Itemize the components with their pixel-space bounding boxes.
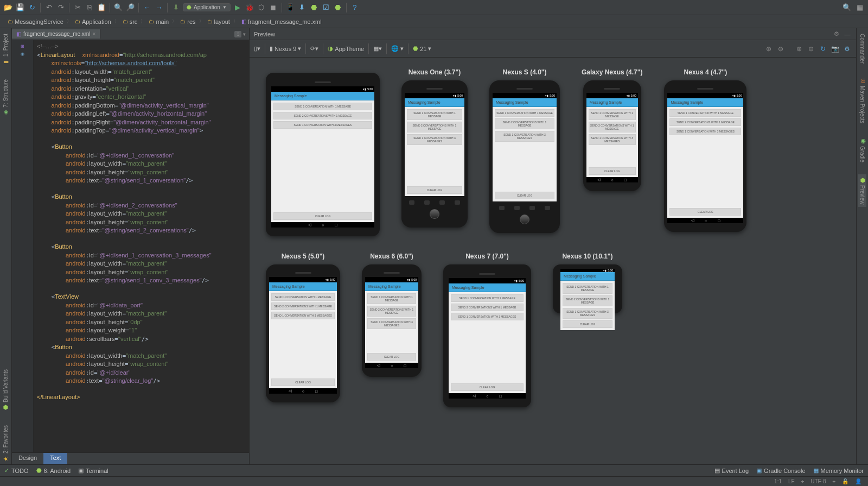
- tool-memory[interactable]: ▦Memory Monitor: [813, 467, 864, 474]
- locale-dropdown[interactable]: 🌐▾: [391, 45, 404, 52]
- lock-icon[interactable]: 🔓: [842, 478, 848, 484]
- zoom-in-icon[interactable]: ⊕: [764, 44, 774, 54]
- undo-icon[interactable]: ↶: [44, 3, 54, 12]
- tab-text[interactable]: Text: [43, 453, 67, 464]
- stop-icon[interactable]: ◼: [269, 3, 278, 12]
- close-icon[interactable]: ×: [92, 31, 95, 37]
- device-label: Nexus 7 (7.0"): [465, 253, 509, 260]
- replace-icon[interactable]: 🔎: [125, 3, 135, 12]
- tool-android[interactable]: ⬣6: Android: [36, 467, 71, 474]
- cut-icon[interactable]: ✂: [73, 3, 82, 12]
- copy-icon[interactable]: ⎘: [85, 3, 94, 12]
- save-icon[interactable]: 💾: [15, 3, 25, 12]
- device-preview[interactable]: Nexus 7 (7.0")▾▮5:00Messaging SampleSEND…: [443, 253, 531, 407]
- device-preview[interactable]: Nexus One (3.7")▾▮5:00Messaging SampleSE…: [401, 68, 468, 236]
- preview-canvas[interactable]: ▾▮5:00Messaging SampleSEND 1 CONVERSATIO…: [250, 58, 856, 464]
- breadcrumb-item[interactable]: ◧fragment_message_me.xml: [239, 17, 324, 26]
- line-separator[interactable]: LF: [788, 478, 795, 484]
- tool-gradle-console[interactable]: ▣Gradle Console: [756, 467, 805, 474]
- avd-icon[interactable]: 📱: [285, 3, 295, 12]
- device-preview[interactable]: Nexus 6 (6.0")▾▮5:00Messaging SampleSEND…: [362, 253, 422, 407]
- tool-favorites[interactable]: ★2: Favorites: [2, 423, 10, 464]
- api-dropdown[interactable]: ⬣21▾: [413, 45, 431, 52]
- breadcrumb-item[interactable]: 🗀layout: [205, 17, 232, 26]
- screenshot-icon[interactable]: 📷: [830, 44, 840, 54]
- gear-icon[interactable]: ⚙: [832, 30, 841, 39]
- bottom-tool-bar: ✓TODO ⬣6: Android ▣Terminal ▤Event Log ▣…: [0, 464, 868, 476]
- debug-icon[interactable]: 🐞: [245, 3, 254, 12]
- config-dropdown[interactable]: ▯▾: [254, 45, 260, 52]
- settings-icon[interactable]: ⚙: [842, 44, 852, 54]
- android-icon[interactable]: ⬣: [333, 3, 343, 12]
- breadcrumb: 🗀MessagingService〉 🗀Application〉 🗀src〉 🗀…: [0, 15, 868, 28]
- status-bar: 1:1 LF ÷ UTF-8 ÷ 🔓 👤: [0, 476, 868, 486]
- tab-design[interactable]: Design: [12, 453, 43, 464]
- monitor-icon[interactable]: ⬣: [309, 3, 319, 12]
- code-editor[interactable]: <!--...--> <LinearLayout xmlns:android="…: [34, 40, 249, 452]
- changes-badge: 3: [234, 31, 241, 37]
- hector-icon[interactable]: 👤: [855, 478, 861, 484]
- minimize-icon[interactable]: —: [843, 30, 852, 39]
- redo-icon[interactable]: ↷: [56, 3, 66, 12]
- breadcrumb-item[interactable]: 🗀MessagingService: [5, 17, 66, 26]
- activity-dropdown[interactable]: ▦▾: [373, 45, 382, 52]
- device-label: Nexus 10 (10.1"): [562, 253, 612, 260]
- paste-icon[interactable]: 📋: [97, 3, 106, 12]
- tool-event-log[interactable]: ▤Event Log: [714, 467, 749, 474]
- right-tool-rail: Commander mMaven Projects ◉Gradle ⬣Previ…: [856, 28, 868, 464]
- sync-icon[interactable]: ↻: [27, 3, 37, 12]
- breadcrumb-item[interactable]: 🗀res: [178, 17, 197, 26]
- main-toolbar: 📂 💾 ↻ ↶ ↷ ✂ ⎘ 📋 🔍 🔎 ← → ⬇ ⬣Application▼ …: [0, 0, 868, 15]
- preview-toolbar: ▯▾ ▮ Nexus 9 ▾ ⟳▾ ◑ AppTheme ▦▾ 🌐▾ ⬣21▾ …: [250, 40, 856, 58]
- zoom-out-icon[interactable]: ⊖: [776, 44, 786, 54]
- lint-icon[interactable]: ☑: [321, 3, 331, 12]
- tool-windows-icon[interactable]: ▦: [855, 3, 865, 12]
- device-preview[interactable]: ▾▮5:00Messaging SampleSEND 1 CONVERSATIO…: [266, 68, 380, 236]
- build-icon[interactable]: ⬇: [171, 3, 181, 12]
- device-label: Nexus 4 (4.7"): [684, 68, 727, 76]
- find-icon[interactable]: 🔍: [113, 3, 123, 12]
- open-icon[interactable]: 📂: [3, 3, 13, 12]
- caret-position[interactable]: 1:1: [774, 478, 782, 484]
- breadcrumb-item[interactable]: 🗀Application: [73, 17, 113, 26]
- forward-icon[interactable]: →: [154, 3, 164, 12]
- device-label: Nexus S (4.0"): [502, 68, 546, 76]
- device-preview[interactable]: Galaxy Nexus (4.7")▾▮5:00Messaging Sampl…: [582, 68, 642, 236]
- refresh-icon[interactable]: ↻: [818, 44, 828, 54]
- device-label: Galaxy Nexus (4.7"): [582, 68, 642, 76]
- device-preview[interactable]: Nexus S (4.0")▾▮5:00Messaging SampleSEND…: [489, 68, 560, 236]
- zoom-actual-icon[interactable]: ⊖: [806, 44, 816, 54]
- encoding[interactable]: UTF-8: [810, 478, 826, 484]
- run-icon[interactable]: ▶: [233, 3, 242, 12]
- breadcrumb-item[interactable]: 🗀main: [146, 17, 171, 26]
- tool-gradle[interactable]: ◉Gradle: [858, 135, 866, 165]
- orientation-dropdown[interactable]: ⟳▾: [310, 45, 318, 52]
- preview-title: Preview: [254, 31, 275, 37]
- help-icon[interactable]: ?: [350, 3, 360, 12]
- tool-maven[interactable]: mMaven Projects: [858, 75, 866, 125]
- search-everywhere-icon[interactable]: 🔍: [842, 3, 852, 12]
- device-dropdown[interactable]: ▮ Nexus 9 ▾: [270, 45, 301, 52]
- left-tool-rail: ▮1: Project ◈7: Structure ⬣Build Variant…: [0, 28, 12, 464]
- device-preview[interactable]: Nexus 10 (10.1")▾▮5:00Messaging SampleSE…: [553, 253, 622, 407]
- theme-dropdown[interactable]: ◑ AppTheme: [328, 45, 364, 52]
- device-label: Nexus 6 (6.0"): [370, 253, 413, 260]
- tool-preview[interactable]: ⬣Preview: [858, 174, 866, 207]
- editor-pane: ◧fragment_message_me.xml× 3 ▾ ⊞ ◉ <!--..…: [12, 28, 250, 464]
- attach-icon[interactable]: ⬡: [257, 3, 266, 12]
- device-preview[interactable]: Nexus 4 (4.7")▾▮5:00Messaging SampleSEND…: [664, 68, 746, 236]
- sdk-icon[interactable]: ⬇: [297, 3, 307, 12]
- design-text-tabs: Design Text: [12, 452, 249, 464]
- tool-project[interactable]: ▮1: Project: [2, 31, 10, 67]
- zoom-fit-icon[interactable]: ⊕: [794, 44, 804, 54]
- tool-terminal[interactable]: ▣Terminal: [78, 467, 108, 474]
- tool-structure[interactable]: ◈7: Structure: [2, 77, 10, 118]
- device-preview[interactable]: Nexus 5 (5.0")▾▮5:00Messaging SampleSEND…: [266, 253, 340, 407]
- back-icon[interactable]: ←: [142, 3, 152, 12]
- tool-todo[interactable]: ✓TODO: [4, 467, 29, 474]
- tool-build-variants[interactable]: ⬣Build Variants: [2, 367, 10, 413]
- run-config-dropdown[interactable]: ⬣Application▼: [183, 3, 231, 11]
- tool-commander[interactable]: Commander: [858, 31, 866, 66]
- editor-tab[interactable]: ◧fragment_message_me.xml×: [12, 29, 100, 39]
- breadcrumb-item[interactable]: 🗀src: [120, 17, 140, 26]
